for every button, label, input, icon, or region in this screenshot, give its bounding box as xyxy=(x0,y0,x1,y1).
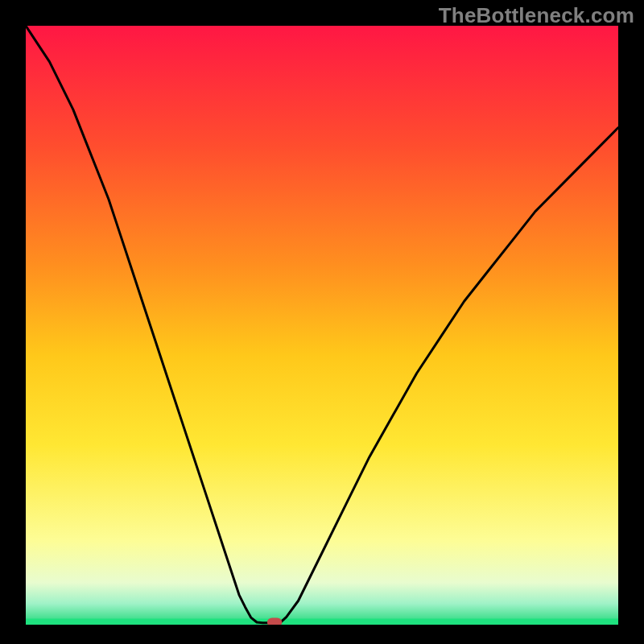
chart-bottom-band xyxy=(26,619,618,625)
watermark-label: TheBottleneck.com xyxy=(439,3,634,28)
sweet-spot-marker xyxy=(267,617,282,625)
chart-svg xyxy=(26,26,618,625)
bottleneck-chart xyxy=(26,26,618,625)
chart-frame: TheBottleneck.com xyxy=(0,0,644,644)
chart-background xyxy=(26,26,618,625)
